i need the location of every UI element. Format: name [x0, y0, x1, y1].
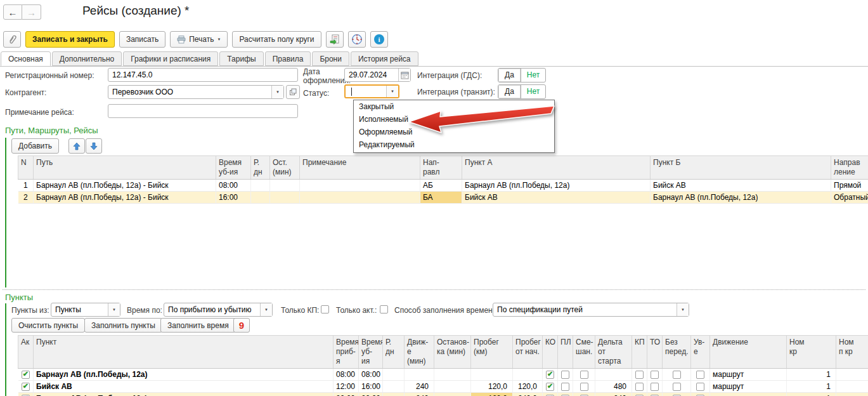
points-cell-run[interactable]: 120,0 [471, 381, 513, 393]
back-button[interactable]: ← [3, 4, 22, 20]
points-cell-stop[interactable] [434, 393, 471, 396]
points-cell-smesh[interactable] [573, 369, 595, 381]
routes-cell-a[interactable]: Барнаул АВ (пл.Победы, 12а) [462, 180, 651, 192]
smesh-checkbox[interactable] [580, 371, 588, 379]
points-cell-ko[interactable] [543, 393, 558, 396]
routes-cell-ost[interactable] [270, 192, 300, 204]
status-option-2[interactable]: Исполняемый [354, 114, 554, 126]
points-cell-ko[interactable] [543, 381, 558, 393]
points-cell-nomkr[interactable]: 1 [787, 369, 836, 381]
points-cell-delta[interactable]: 240 [595, 393, 632, 396]
bez-checkbox[interactable] [673, 383, 681, 391]
points-cell-rdn[interactable] [383, 393, 405, 396]
routes-cell-dir[interactable]: АБ [420, 180, 462, 192]
bez-checkbox[interactable] [673, 371, 681, 379]
pl-checkbox[interactable] [561, 383, 569, 391]
points-cell-runtot[interactable] [513, 369, 543, 381]
points-from-combobox[interactable]: Пункты ▼ [51, 303, 120, 317]
points-cell-pl[interactable] [558, 369, 573, 381]
uve-checkbox[interactable] [696, 383, 704, 391]
contractor-combobox[interactable]: Перевозчик ООО ▼ [108, 85, 284, 99]
uve-checkbox[interactable] [696, 371, 704, 379]
ko-checkbox[interactable] [546, 371, 554, 379]
tab-schedules[interactable]: Графики и расписания [123, 51, 218, 66]
pl-checkbox[interactable] [561, 371, 569, 379]
integration-gds-yes-button[interactable]: Да [498, 69, 521, 82]
smesh-checkbox[interactable] [580, 383, 588, 391]
points-cell-delta[interactable]: 480 [595, 381, 632, 393]
points-cell-kp[interactable] [632, 381, 647, 393]
points-cell-arr[interactable]: 08:00 [334, 369, 359, 381]
points-cell-kp[interactable] [632, 369, 647, 381]
status-option-3[interactable]: Оформляемый [354, 126, 554, 139]
points-row-3[interactable]: Барнаул АВ (пл.Победы, 12а)20:0020:00240… [18, 393, 868, 396]
print-button[interactable]: Печать ▼ [170, 31, 228, 48]
routes-row-1[interactable]: 1Барнаул АВ (пл.Победы, 12а) - Бийск08:0… [18, 180, 868, 192]
points-cell-runtot[interactable]: 240,0 [513, 393, 543, 396]
points-cell-rdn[interactable] [383, 369, 405, 381]
integration-gds-no-button[interactable]: Нет [521, 69, 545, 82]
points-cell-to[interactable] [647, 381, 663, 393]
points-cell-nompkr[interactable] [836, 393, 868, 396]
save-button[interactable]: Записать [119, 31, 165, 48]
points-cell-uve[interactable] [691, 393, 710, 396]
points-cell-uve[interactable] [691, 369, 710, 381]
points-cell-to[interactable] [647, 369, 663, 381]
save-close-button[interactable]: Записать и закрыть [25, 31, 115, 48]
trip-note-input[interactable] [108, 104, 298, 118]
ak-checkbox[interactable] [22, 371, 30, 379]
points-cell-pl[interactable] [558, 393, 573, 396]
routes-cell-note[interactable] [300, 192, 420, 204]
contractor-dropdown-button[interactable]: ▼ [271, 86, 283, 98]
move-up-button[interactable] [68, 138, 85, 154]
points-cell-ak[interactable] [18, 393, 34, 396]
points-cell-bez[interactable] [663, 381, 691, 393]
tab-tariffs[interactable]: Тарифы [219, 51, 263, 66]
routes-row-2[interactable]: 2Барнаул АВ (пл.Победы, 12а) - Бийск16:0… [18, 192, 868, 204]
points-cell-nompkr[interactable] [836, 381, 868, 393]
points-cell-ak[interactable] [18, 369, 34, 381]
fill-time-button[interactable]: Заполнить время [160, 318, 236, 333]
points-cell-stop[interactable] [434, 381, 471, 393]
contractor-open-button[interactable] [286, 85, 300, 99]
routes-cell-n[interactable]: 1 [18, 180, 34, 192]
points-cell-movement[interactable]: маршрут [710, 369, 787, 381]
points-cell-point[interactable]: Барнаул АВ (пл.Победы, 12а) [34, 393, 334, 396]
tab-bookings[interactable]: Брони [312, 51, 349, 66]
timing-button[interactable] [348, 31, 366, 48]
points-cell-run[interactable] [471, 369, 513, 381]
calc-half-circles-button[interactable]: Расчитать полу круги [232, 31, 321, 48]
routes-cell-direction[interactable]: Обратный [831, 192, 868, 204]
routes-cell-path[interactable]: Барнаул АВ (пл.Победы, 12а) - Бийск [34, 180, 216, 192]
points-cell-point[interactable]: Барнаул АВ (пл.Победы, 12а) [34, 369, 334, 381]
points-cell-pl[interactable] [558, 381, 573, 393]
routes-cell-dep[interactable]: 16:00 [216, 192, 251, 204]
status-combobox[interactable]: ▼ [344, 84, 399, 98]
kp-checkbox[interactable] [635, 383, 644, 391]
routes-cell-dep[interactable]: 08:00 [216, 180, 251, 192]
routes-cell-b[interactable]: Барнаул АВ (пл.Победы, 12а) [651, 192, 831, 204]
points-cell-arr[interactable]: 20:00 [334, 393, 359, 396]
points-from-dropdown-button[interactable]: ▼ [108, 303, 120, 316]
integration-transit-no-button[interactable]: Нет [521, 85, 545, 98]
points-cell-delta[interactable] [595, 369, 632, 381]
clear-points-button[interactable]: Очистить пункты [11, 318, 85, 333]
tab-history[interactable]: История рейса [351, 51, 418, 66]
tab-additional[interactable]: Дополнительно [52, 51, 122, 66]
fill-points-button[interactable]: Заполнить пункты [84, 318, 162, 333]
points-cell-ak[interactable] [18, 381, 34, 393]
points-cell-run[interactable]: 120,0 [471, 393, 513, 396]
forward-button[interactable]: → [22, 4, 41, 20]
only-kp-checkbox[interactable] [321, 305, 329, 314]
fill-method-dropdown-button[interactable]: ▼ [677, 303, 689, 316]
points-cell-uve[interactable] [691, 381, 710, 393]
points-row-1[interactable]: Барнаул АВ (пл.Победы, 12а)08:0008:00мар… [18, 369, 868, 381]
points-cell-nomkr[interactable]: 1 [787, 381, 836, 393]
status-option-1[interactable]: Закрытый [354, 101, 554, 114]
points-cell-runtot[interactable]: 120,0 [513, 381, 543, 393]
points-cell-move[interactable]: 240 [405, 393, 434, 396]
points-cell-nompkr[interactable] [836, 369, 868, 381]
points-cell-movement[interactable]: маршрут [710, 393, 787, 396]
points-cell-bez[interactable] [663, 369, 691, 381]
only-act-checkbox[interactable] [380, 305, 388, 314]
